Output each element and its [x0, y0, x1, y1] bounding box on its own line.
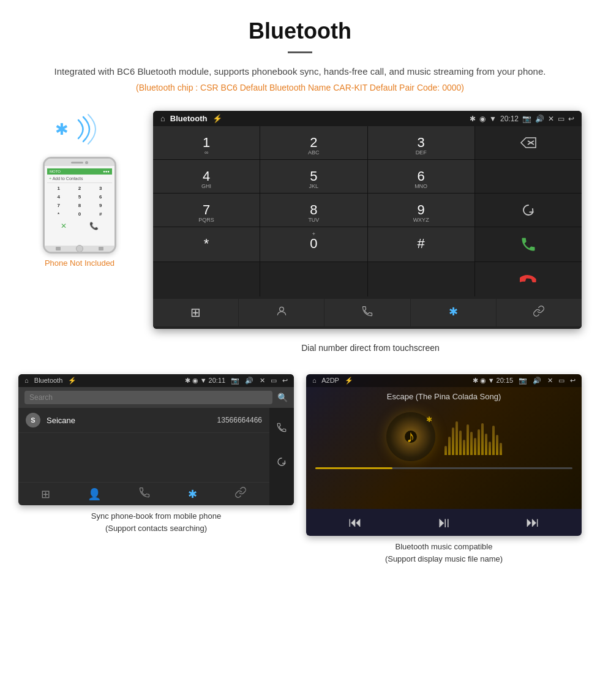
- dial-key-1[interactable]: 1∞: [153, 126, 260, 159]
- dial-empty-3: [260, 262, 367, 296]
- music-progress-bar[interactable]: [315, 467, 572, 469]
- song-title: Escape (The Pina Colada Song): [387, 392, 501, 401]
- pb-link-icon[interactable]: [234, 486, 247, 502]
- dial-key-backspace[interactable]: [475, 126, 582, 159]
- home-icon[interactable]: ⌂: [160, 114, 165, 123]
- dial-key-3[interactable]: 3DEF: [368, 126, 474, 159]
- bottom-contacts-icon[interactable]: [239, 299, 324, 326]
- eq-bar: [467, 424, 469, 455]
- dial-key-9[interactable]: 9WXYZ: [368, 194, 474, 227]
- close-icon[interactable]: ✕: [548, 115, 554, 123]
- header-divider: [288, 51, 312, 53]
- eq-bar: [478, 429, 480, 455]
- music-progress-area: [306, 467, 582, 476]
- music-next-icon[interactable]: ⏭: [526, 514, 539, 530]
- person-icon: [276, 305, 288, 317]
- pb-side-refresh[interactable]: [274, 454, 290, 472]
- bottom-bt-icon[interactable]: ✱: [411, 299, 496, 326]
- pb-grid-icon[interactable]: ⊞: [41, 487, 50, 501]
- pb-empty-space: [18, 433, 269, 482]
- dial-key-0[interactable]: 0+: [260, 227, 367, 262]
- phone-add-contacts: + Add to Contacts: [47, 175, 112, 183]
- camera-icon[interactable]: 📷: [522, 115, 531, 123]
- eq-bar: [485, 434, 487, 455]
- link-icon: [533, 305, 545, 317]
- svg-marker-0: [521, 138, 536, 148]
- music-play-icon[interactable]: ⏯: [437, 514, 451, 531]
- dial-call-green[interactable]: [475, 227, 582, 262]
- phone-top-bar: [45, 159, 114, 166]
- contact-avatar: S: [26, 413, 40, 427]
- eq-bar: [496, 435, 498, 455]
- phonebook-screen: ⌂ Bluetooth ⚡ ✱ ◉ ▼ 20:11 📷 🔊 ✕ ▭ ↩ Sear…: [18, 374, 294, 505]
- music-item: ⌂ A2DP ⚡ ✱ ◉ ▼ 20:15 📷 🔊 ✕ ▭ ↩ Escape (T…: [306, 374, 582, 565]
- music-equalizer: [444, 418, 502, 455]
- phone-dialpad: 123 456 789 *0#: [47, 183, 112, 219]
- svg-point-3: [279, 307, 283, 311]
- location-icon: ◉: [479, 115, 486, 123]
- eq-bar: [492, 426, 495, 455]
- backspace-icon: [520, 137, 537, 149]
- dial-hangup[interactable]: [475, 262, 582, 296]
- phone-screen: MOTO●●● + Add to Contacts 123 456 789 *0…: [45, 166, 114, 246]
- refresh-icon: [521, 203, 536, 217]
- phone-bottom-bar: [45, 246, 114, 252]
- phone-mockup: MOTO●●● + Add to Contacts 123 456 789 *0…: [43, 157, 116, 254]
- dial-key-hash[interactable]: #: [368, 227, 474, 262]
- eq-bar: [481, 423, 484, 455]
- phone-call-icon: [361, 305, 373, 317]
- volume-icon[interactable]: 🔊: [535, 115, 544, 123]
- pb-search-bar: Search 🔍: [18, 387, 294, 408]
- hangup-icon: [520, 271, 537, 288]
- page-header: Bluetooth Integrated with BC6 Bluetooth …: [0, 0, 600, 105]
- pb-search-icon[interactable]: 🔍: [277, 393, 288, 402]
- dial-key-2[interactable]: 2ABC: [260, 126, 367, 159]
- bottom-link-icon[interactable]: [497, 299, 582, 326]
- pb-bt-icon[interactable]: ✱: [188, 487, 197, 501]
- music-controls: ⏮ ⏯ ⏭: [306, 509, 582, 536]
- pb-side-actions: [269, 408, 294, 505]
- car-dialpad-grid: 1∞ 2ABC 3DEF 4GHI 5JKL 6MNO 7PQRS 8TUV 9…: [153, 126, 582, 296]
- dial-key-star[interactable]: *: [153, 227, 260, 262]
- phonebook-caption: Sync phone-book from mobile phone (Suppo…: [18, 510, 294, 534]
- bt-status-icon: ✱: [470, 115, 476, 123]
- music-caption: Bluetooth music compatible (Support disp…: [306, 541, 582, 565]
- contact-name: Seicane: [47, 416, 75, 425]
- signal-icon: ▼: [489, 115, 497, 123]
- music-title-bar: Escape (The Pina Colada Song): [306, 387, 582, 406]
- back-icon[interactable]: ↩: [568, 115, 574, 123]
- eq-bar: [459, 431, 462, 455]
- dial-key-6[interactable]: 6MNO: [368, 160, 474, 193]
- eq-bar: [452, 427, 454, 455]
- music-status-left: ⌂ A2DP ⚡: [312, 377, 353, 385]
- pb-search-input[interactable]: Search: [24, 391, 272, 404]
- phone-not-included-label: Phone Not Included: [45, 258, 114, 268]
- phone-status-bar: MOTO●●●: [47, 168, 112, 175]
- bottom-section: ⌂ Bluetooth ⚡ ✱ ◉ ▼ 20:11 📷 🔊 ✕ ▭ ↩ Sear…: [0, 362, 600, 577]
- phonebook-item: ⌂ Bluetooth ⚡ ✱ ◉ ▼ 20:11 📷 🔊 ✕ ▭ ↩ Sear…: [18, 374, 294, 565]
- pb-layout: S Seicane 13566664466 ⊞ 👤: [18, 408, 294, 505]
- dial-key-8[interactable]: 8TUV: [260, 194, 367, 227]
- dial-key-7[interactable]: 7PQRS: [153, 194, 260, 227]
- pb-status-right: ✱ ◉ ▼ 20:11 📷 🔊 ✕ ▭ ↩: [185, 377, 288, 385]
- phone-side: ✱ MOTO●●● + Add to Contacts: [18, 111, 141, 268]
- pb-phone-icon[interactable]: [138, 486, 151, 502]
- window-icon[interactable]: ▭: [558, 115, 564, 123]
- music-prev-icon[interactable]: ⏮: [348, 514, 362, 530]
- music-progress-fill: [315, 467, 392, 469]
- header-specs: (Bluetooth chip : CSR BC6 Default Blueto…: [12, 83, 588, 92]
- dial-key-4[interactable]: 4GHI: [153, 160, 260, 193]
- pb-contact-row[interactable]: S Seicane 13566664466: [18, 408, 269, 433]
- pb-side-call[interactable]: [274, 420, 290, 438]
- page-title: Bluetooth: [12, 18, 588, 44]
- music-bt-icon: ✱: [426, 415, 432, 424]
- pb-main: S Seicane 13566664466 ⊞ 👤: [18, 408, 269, 505]
- pb-person-icon[interactable]: 👤: [88, 487, 101, 501]
- contact-number: 13566664466: [217, 416, 262, 424]
- bottom-call-icon[interactable]: [324, 299, 410, 326]
- eq-bar: [470, 432, 473, 455]
- music-screen: ⌂ A2DP ⚡ ✱ ◉ ▼ 20:15 📷 🔊 ✕ ▭ ↩ Escape (T…: [306, 374, 582, 536]
- bottom-grid-icon[interactable]: ⊞: [153, 299, 238, 326]
- dial-key-5[interactable]: 5JKL: [260, 160, 367, 193]
- dial-key-refresh[interactable]: [475, 194, 582, 227]
